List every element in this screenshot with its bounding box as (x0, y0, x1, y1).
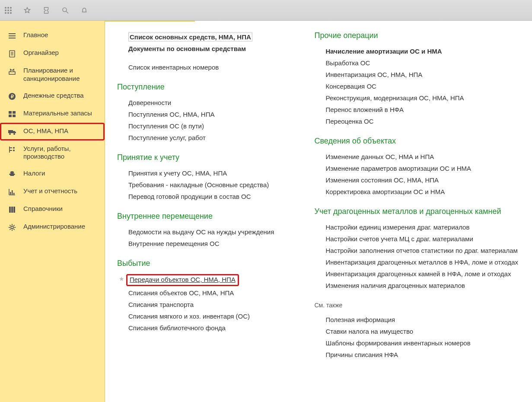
top-toolbar (0, 0, 532, 21)
svg-rect-22 (8, 130, 13, 133)
link-proxies[interactable]: Доверенности (128, 97, 293, 108)
svg-line-10 (66, 11, 68, 13)
sidebar-item-inventory[interactable]: Материальные запасы (0, 105, 105, 123)
link-writeoff-library[interactable]: Списания библиотечного фонда (128, 322, 293, 334)
link-inventory-number-templates[interactable]: Шаблоны формирования инвентарных номеров (325, 337, 528, 349)
link-transfer-objects[interactable]: ★ Передачи объектов ОС, НМА, НПА (128, 273, 293, 287)
svg-point-25 (13, 147, 15, 149)
sidebar-item-taxes[interactable]: Налоги (0, 165, 105, 183)
svg-rect-19 (13, 111, 16, 114)
svg-point-4 (7, 10, 9, 11)
link-writeoff-objects[interactable]: Списания объектов ОС, НМА, НПА (128, 287, 293, 299)
svg-rect-20 (9, 115, 12, 117)
star-icon[interactable] (23, 6, 31, 14)
svg-rect-28 (12, 190, 13, 195)
section-object-info: Сведения об объектах (314, 137, 528, 146)
history-icon[interactable] (42, 6, 50, 14)
sidebar-item-os-nma-npa[interactable]: ОС, НМА, НПА (0, 123, 105, 140)
link-change-state[interactable]: Изменения состояния ОС, НМА, НПА (325, 174, 528, 186)
sidebar-item-main[interactable]: Главное (0, 27, 105, 45)
svg-point-7 (7, 12, 9, 14)
section-disposal: Выбытие (117, 259, 293, 268)
link-reconstruction[interactable]: Реконструкция, модернизация ОС, НМА, НПА (325, 92, 528, 104)
svg-rect-29 (13, 193, 15, 195)
svg-rect-15 (9, 72, 15, 74)
sidebar-item-planning[interactable]: Планирование и санкционирование (0, 62, 105, 87)
planning-icon (8, 67, 16, 76)
svg-point-26 (13, 150, 15, 151)
section-see-also: См. также (314, 302, 528, 309)
link-units-precious[interactable]: Настройки единиц измерения драг. материа… (325, 221, 528, 233)
link-accounts-precious[interactable]: Настройки счетов учета МЦ с драг. матери… (325, 233, 528, 245)
link-requirements-waybills[interactable]: Требования - накладные (Основные средств… (128, 179, 293, 191)
ruble-icon: ₽ (8, 92, 16, 101)
production-icon (8, 145, 16, 154)
link-revaluation[interactable]: Переоценка ОС (325, 115, 528, 127)
sidebar-item-label: Денежные средства (23, 92, 84, 100)
sidebar-item-label: Учет и отчетность (23, 187, 77, 195)
link-adjust-depreciation[interactable]: Корректировка амортизации ОС и НМА (325, 186, 528, 198)
link-writeoff-soft-inventory[interactable]: Списания мягкого и хоз. инвентаря (ОС) (128, 310, 293, 322)
search-icon[interactable] (61, 6, 69, 14)
sidebar-item-organizer[interactable]: Органайзер (0, 45, 105, 62)
main-content: Список основных средств, НМА, НПА Докуме… (105, 21, 532, 402)
sidebar-item-label: Материальные запасы (23, 109, 92, 118)
books-icon (8, 205, 16, 214)
svg-point-33 (11, 226, 13, 229)
link-change-data[interactable]: Изменение данных ОС, НМА и НПА (325, 151, 528, 163)
sidebar-item-reporting[interactable]: Учет и отчетность (0, 183, 105, 201)
link-issue-sheets[interactable]: Ведомости на выдачу ОС на нужды учрежден… (128, 226, 293, 238)
active-tab-indicator (105, 21, 195, 22)
section-acceptance: Принятие к учету (117, 153, 293, 162)
link-receipt-os-transit[interactable]: Поступления ОС (в пути) (128, 120, 293, 132)
bell-icon[interactable] (80, 6, 88, 14)
link-conservation-os[interactable]: Консервация ОС (325, 80, 528, 92)
link-depreciation[interactable]: Начисление амортизации ОС и НМА (325, 45, 528, 57)
link-stat-reports-precious[interactable]: Настройки заполнения отчетов статистики … (325, 245, 528, 256)
apps-grid-icon[interactable] (4, 6, 12, 14)
link-property-tax-rates[interactable]: Ставки налога на имущество (325, 325, 528, 337)
eagle-icon (8, 170, 16, 179)
link-internal-moves[interactable]: Внутренние перемещения ОС (128, 238, 293, 249)
section-receipt: Поступление (117, 83, 293, 92)
link-change-presence-precious[interactable]: Изменения наличия драгоценных материалов (325, 280, 528, 291)
link-writeoff-reasons[interactable]: Причины списания НФА (325, 349, 528, 361)
svg-rect-18 (9, 111, 12, 114)
sidebar-item-label: Администрирование (23, 223, 85, 231)
link-useful-info[interactable]: Полезная информация (325, 314, 528, 325)
svg-point-3 (5, 10, 6, 11)
link-receipt-services[interactable]: Поступление услуг, работ (128, 132, 293, 144)
sidebar-item-directories[interactable]: Справочники (0, 201, 105, 218)
sidebar-item-label: Услуги, работы, производство (23, 145, 99, 161)
sidebar-item-admin[interactable]: Администрирование (0, 218, 105, 236)
link-production-os[interactable]: Выработка ОС (325, 57, 528, 69)
section-other-ops: Прочие операции (314, 31, 528, 40)
link-os-documents[interactable]: Документы по основным средствам (128, 43, 293, 54)
menu-icon (8, 32, 16, 40)
link-inventory-metals[interactable]: Инвентаризация драгоценных металлов в НФ… (325, 256, 528, 268)
svg-point-8 (10, 12, 12, 14)
section-precious: Учет драгоценных металлов и драгоценных … (314, 207, 528, 216)
link-inventory-numbers[interactable]: Список инвентарных номеров (128, 61, 293, 73)
truck-icon (8, 128, 16, 136)
link-inventory-stones[interactable]: Инвентаризация драгоценных камней в НФА,… (325, 268, 528, 280)
svg-point-24 (13, 133, 15, 135)
star-icon[interactable]: ★ (119, 275, 124, 282)
link-transfer-investments[interactable]: Перенос вложений в НФА (325, 104, 528, 115)
sidebar-item-services[interactable]: Услуги, работы, производство (0, 140, 105, 166)
svg-rect-27 (10, 192, 11, 195)
svg-rect-30 (9, 207, 11, 213)
link-acceptance-os[interactable]: Принятия к учету ОС, НМА, НПА (128, 167, 293, 179)
sidebar-item-money[interactable]: ₽ Денежные средства (0, 87, 105, 105)
svg-point-23 (9, 133, 11, 135)
link-transfer-finished-products[interactable]: Перевод готовой продукции в состав ОС (128, 191, 293, 202)
link-writeoff-transport[interactable]: Списания транспорта (128, 299, 293, 310)
boxes-icon (8, 110, 16, 118)
svg-point-9 (63, 8, 67, 12)
link-change-depreciation-params[interactable]: Изменение параметров амортизации ОС и НМ… (325, 163, 528, 174)
svg-text:₽: ₽ (11, 94, 14, 99)
gear-icon (8, 223, 16, 232)
link-inventory-os[interactable]: Инвентаризация ОС, НМА, НПА (325, 69, 528, 80)
link-os-list[interactable]: Список основных средств, НМА, НПА (128, 31, 293, 43)
link-receipt-os[interactable]: Поступления ОС, НМА, НПА (128, 108, 293, 120)
